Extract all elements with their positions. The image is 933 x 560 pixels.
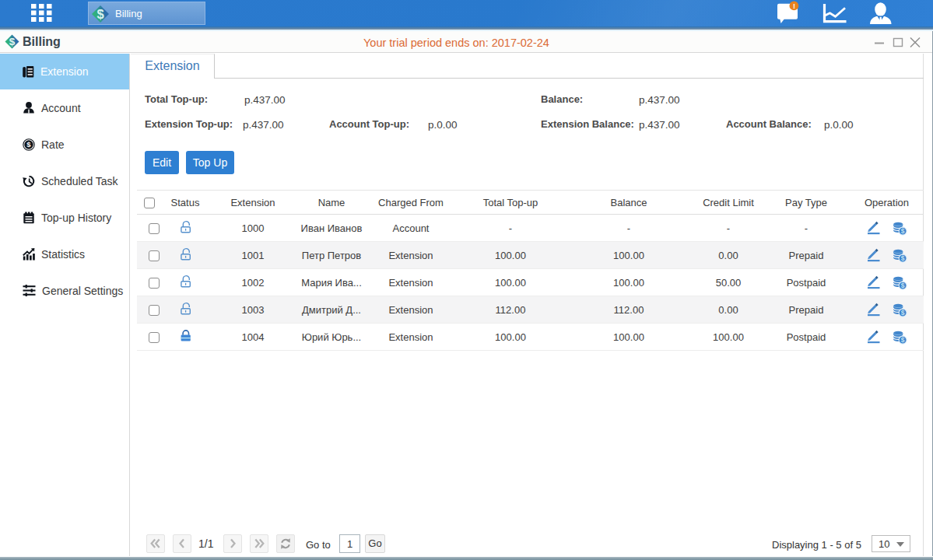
svg-text:$: $ bbox=[26, 140, 31, 149]
svg-text:$: $ bbox=[900, 227, 904, 235]
svg-text:$: $ bbox=[900, 336, 904, 344]
svg-text:$: $ bbox=[900, 282, 904, 289]
svg-text:$: $ bbox=[900, 254, 904, 262]
svg-text:$: $ bbox=[900, 309, 904, 317]
svg-text:$: $ bbox=[9, 36, 16, 47]
svg-text:!: ! bbox=[793, 2, 795, 10]
